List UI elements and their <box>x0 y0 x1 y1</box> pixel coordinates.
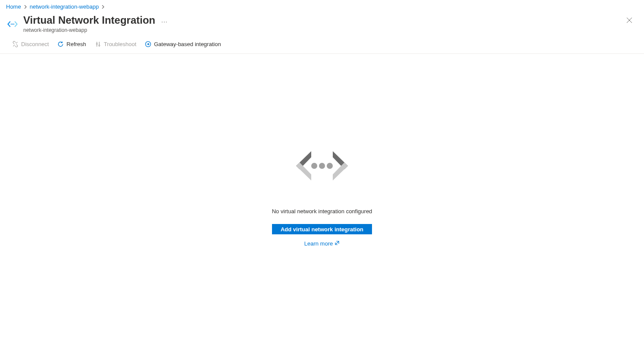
breadcrumb: Home network-integration-webapp <box>0 0 644 12</box>
arrow-right-circle-icon <box>145 41 151 47</box>
svg-point-0 <box>11 24 12 25</box>
chevron-right-icon <box>24 4 27 10</box>
network-empty-icon <box>288 144 356 192</box>
svg-point-8 <box>327 163 333 169</box>
gateway-integration-label: Gateway-based integration <box>154 41 221 47</box>
disconnect-label: Disconnect <box>21 41 49 47</box>
add-vnet-integration-button[interactable]: Add virtual network integration <box>272 224 372 234</box>
learn-more-link[interactable]: Learn more <box>304 240 340 247</box>
refresh-icon <box>57 41 64 47</box>
gateway-integration-button[interactable]: Gateway-based integration <box>141 39 224 49</box>
svg-point-3 <box>96 44 97 45</box>
breadcrumb-home[interactable]: Home <box>6 3 21 10</box>
page-header: Virtual Network Integration ··· network-… <box>0 12 644 33</box>
troubleshoot-icon <box>95 41 101 47</box>
refresh-label: Refresh <box>66 41 86 47</box>
external-link-icon <box>335 240 340 247</box>
disconnect-icon <box>12 41 19 47</box>
learn-more-label: Learn more <box>304 240 333 247</box>
breadcrumb-resource[interactable]: network-integration-webapp <box>30 3 99 10</box>
svg-point-4 <box>99 45 100 46</box>
more-actions-button[interactable]: ··· <box>161 18 168 25</box>
vnet-integration-icon <box>6 18 19 31</box>
close-button[interactable] <box>624 15 635 25</box>
refresh-button[interactable]: Refresh <box>54 39 90 49</box>
page-title: Virtual Network Integration <box>23 14 155 26</box>
disconnect-button: Disconnect <box>9 39 52 49</box>
troubleshoot-label: Troubleshoot <box>104 41 136 47</box>
chevron-right-icon <box>101 4 105 10</box>
svg-point-6 <box>311 163 317 169</box>
empty-state-message: No virtual network integration configure… <box>272 208 372 215</box>
empty-state: No virtual network integration configure… <box>0 54 644 247</box>
svg-point-1 <box>12 24 13 25</box>
troubleshoot-button: Troubleshoot <box>91 39 140 49</box>
close-icon <box>626 17 632 23</box>
svg-point-2 <box>13 24 15 25</box>
toolbar: Disconnect Refresh Troubleshoot Gat <box>0 33 644 54</box>
svg-point-7 <box>319 163 325 169</box>
page-subtitle: network-integration-webapp <box>23 27 168 33</box>
